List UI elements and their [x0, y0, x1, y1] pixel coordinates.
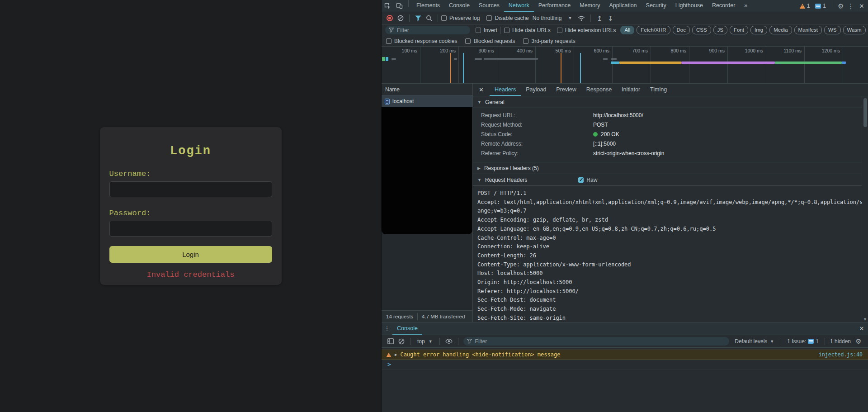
hide-extension-urls-checkbox[interactable]: Hide extension URLs	[557, 27, 616, 33]
disable-cache-checkbox[interactable]: Disable cache	[486, 15, 528, 21]
divider	[781, 338, 781, 345]
divider	[438, 14, 438, 22]
preserve-log-checkbox[interactable]: Preserve log	[441, 15, 480, 21]
filter-funnel-icon[interactable]	[413, 15, 424, 21]
tab-payload[interactable]: Payload	[521, 84, 551, 96]
chip-js[interactable]: JS	[713, 26, 727, 34]
console-toolbar: top ▼ Default levels ▼	[382, 335, 868, 348]
export-har-icon[interactable]: ↧	[605, 15, 616, 22]
third-party-requests-checkbox[interactable]: 3rd-party requests	[523, 38, 575, 44]
raw-headers-checkbox[interactable]: Raw	[578, 177, 597, 183]
tab-response[interactable]: Response	[581, 84, 617, 96]
record-network-log-icon[interactable]	[384, 15, 395, 21]
chip-media[interactable]: Media	[769, 26, 792, 34]
tab-console[interactable]: Console	[444, 0, 474, 12]
network-toolbar: Preserve log Disable cache No throttling…	[382, 12, 868, 24]
chip-font[interactable]: Font	[730, 26, 748, 34]
drawer-tab-console[interactable]: Console	[392, 322, 422, 335]
tab-recorder[interactable]: Recorder	[708, 0, 740, 12]
tab-sources[interactable]: Sources	[474, 0, 504, 12]
tick-label: 100 ms	[402, 48, 417, 53]
console-prompt[interactable]: >	[382, 360, 868, 369]
issues-badge[interactable]: 1	[812, 0, 829, 12]
waterfall-bar-end	[842, 62, 846, 64]
triangle-collapsed-icon: ▶	[477, 166, 481, 170]
clear-console-icon[interactable]	[396, 338, 407, 345]
devtools-tabbar: Elements Console Sources Network Perform…	[382, 0, 868, 12]
chip-ws[interactable]: WS	[824, 26, 841, 34]
tab-security[interactable]: Security	[642, 0, 671, 12]
tab-network[interactable]: Network	[504, 0, 534, 12]
live-expression-eye-icon[interactable]	[443, 339, 455, 344]
warnings-badge[interactable]: 1	[797, 0, 813, 12]
console-issues-badge[interactable]: 1 Issue: 1	[784, 338, 821, 345]
blocked-requests-checkbox[interactable]: Blocked requests	[465, 38, 515, 44]
username-field[interactable]	[109, 181, 272, 197]
general-section-header[interactable]: ▼ General	[473, 96, 862, 108]
inspect-element-icon[interactable]	[382, 0, 393, 12]
checkbox	[465, 38, 471, 44]
name-column-header[interactable]: Name	[382, 84, 472, 95]
console-filter-input[interactable]	[463, 337, 730, 346]
request-headers-section-header[interactable]: ▼ Request Headers Raw	[473, 174, 862, 186]
raw-line: Content-Type: application/x-www-form-url…	[477, 260, 857, 270]
chip-all[interactable]: All	[620, 26, 634, 34]
scrollbar-thumb[interactable]	[863, 98, 867, 127]
import-har-icon[interactable]: ↥	[594, 15, 605, 22]
console-filter-field[interactable]	[463, 337, 730, 346]
console-message-source-link[interactable]: injected.js:40	[819, 351, 863, 358]
tab-timing[interactable]: Timing	[645, 84, 672, 96]
close-drawer-button[interactable]: ✕	[855, 322, 868, 335]
tick-label: 600 ms	[594, 48, 609, 53]
blocked-response-cookies-checkbox[interactable]: Blocked response cookies	[386, 38, 457, 44]
more-tabs-button[interactable]: »	[740, 0, 752, 12]
settings-gear-icon[interactable]: ⚙	[835, 0, 846, 12]
log-levels-dropdown[interactable]: Default levels ▼	[731, 338, 778, 345]
drawer-menu-icon[interactable]: ⋮	[382, 322, 392, 335]
scrollbar-down-arrow[interactable]: ▼	[862, 317, 868, 322]
console-warning-message[interactable]: ▶ Caught error handling <hide-notificati…	[382, 350, 868, 360]
tick-label: 800 ms	[671, 48, 686, 53]
more-options-icon[interactable]: ⋮	[846, 0, 855, 12]
search-icon[interactable]	[424, 15, 434, 21]
console-sidebar-icon[interactable]	[385, 338, 396, 344]
network-overview-timeline[interactable]: 100 ms 200 ms 300 ms 400 ms 500 ms 600 m…	[382, 47, 868, 84]
tab-application[interactable]: Application	[604, 0, 641, 12]
tab-preview[interactable]: Preview	[551, 84, 581, 96]
login-button[interactable]: Login	[109, 246, 272, 263]
context-selector-dropdown[interactable]: top ▼	[414, 338, 436, 345]
chip-doc[interactable]: Doc	[673, 26, 690, 34]
tab-performance[interactable]: Performance	[534, 0, 576, 12]
chip-fetch-xhr[interactable]: Fetch/XHR	[637, 26, 670, 34]
network-filter-field[interactable]	[385, 26, 470, 34]
login-page: Login Username: Password: Login Invalid …	[0, 0, 381, 412]
clear-network-log-icon[interactable]	[395, 15, 406, 21]
chip-wasm[interactable]: Wasm	[843, 26, 866, 34]
network-conditions-icon[interactable]	[576, 15, 587, 21]
tab-elements[interactable]: Elements	[412, 0, 444, 12]
request-row-localhost[interactable]: localhost	[382, 95, 472, 107]
console-settings-gear-icon[interactable]: ⚙	[853, 338, 864, 345]
tab-memory[interactable]: Memory	[575, 0, 604, 12]
hide-data-urls-checkbox[interactable]: Hide data URLs	[504, 27, 551, 33]
password-field[interactable]	[109, 221, 272, 237]
tab-initiator[interactable]: Initiator	[617, 84, 645, 96]
detail-scrollbar[interactable]: ▼	[862, 96, 868, 322]
tab-headers[interactable]: Headers	[490, 84, 521, 96]
tab-lighthouse[interactable]: Lighthouse	[671, 0, 708, 12]
raw-line: Sec-Fetch-Dest: document	[477, 296, 857, 305]
chip-img[interactable]: Img	[750, 26, 767, 34]
expand-triangle-icon[interactable]: ▶	[395, 352, 397, 357]
network-summary-bar: 14 requests 4.7 MB transferred	[382, 310, 472, 322]
network-filter-input[interactable]	[385, 26, 470, 34]
device-toolbar-icon[interactable]	[393, 0, 405, 12]
response-headers-section-header[interactable]: ▶ Response Headers (5)	[473, 162, 862, 174]
close-detail-button[interactable]: ✕	[473, 84, 490, 96]
chip-manifest[interactable]: Manifest	[794, 26, 822, 34]
throttling-dropdown[interactable]: No throttling ▼	[529, 15, 576, 21]
divider	[458, 338, 458, 345]
waterfall-bar-receiving	[681, 62, 775, 64]
chip-css[interactable]: CSS	[692, 26, 711, 34]
invert-checkbox[interactable]: Invert	[476, 27, 497, 33]
close-devtools-button[interactable]: ✕	[855, 0, 868, 12]
